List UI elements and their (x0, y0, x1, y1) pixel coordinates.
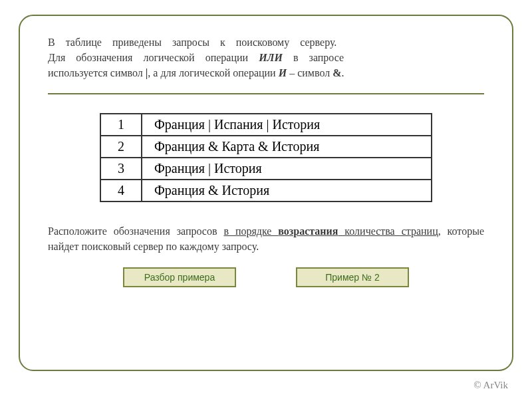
copyright: © ArVik (473, 380, 508, 391)
row-query: Франция | История (142, 158, 432, 180)
intro-text: Для обозначения логической операции ИЛИ … (48, 52, 344, 63)
row-query: Франция & История (142, 180, 432, 201)
task-paragraph: Расположите обозначения запросов в поряд… (48, 223, 484, 254)
intro-text: В таблице приведены запросы к поисковому… (48, 37, 336, 48)
example-analysis-button[interactable]: Разбор примера (123, 267, 236, 287)
divider (48, 93, 484, 94)
row-number: 3 (100, 158, 142, 180)
row-number: 4 (100, 180, 142, 201)
table-row: 2 Франция & Карта & История (100, 136, 432, 158)
slide-frame: В таблице приведены запросы к поисковому… (19, 15, 513, 371)
table-row: 4 Франция & История (100, 180, 432, 201)
table-row: 3 Франция | История (100, 158, 432, 180)
intro-text: используется символ |, а для логической … (48, 65, 344, 80)
intro-paragraph: В таблице приведены запросы к поисковому… (48, 35, 484, 81)
table-row: 1 Франция | Испания | История (100, 114, 432, 136)
row-number: 1 (100, 114, 142, 136)
row-query: Франция | Испания | История (142, 114, 432, 136)
query-table: 1 Франция | Испания | История 2 Франция … (100, 113, 432, 202)
buttons-row: Разбор примера Пример № 2 (48, 267, 484, 287)
row-query: Франция & Карта & История (142, 136, 432, 158)
example-2-button[interactable]: Пример № 2 (296, 267, 409, 287)
row-number: 2 (100, 136, 142, 158)
